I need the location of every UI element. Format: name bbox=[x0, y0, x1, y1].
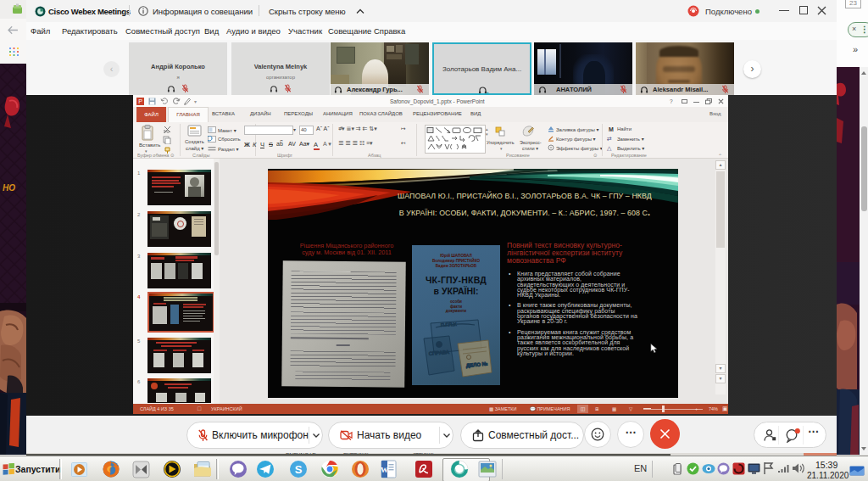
svg-text:П.Г.П.У.: П.Г.П.У. bbox=[441, 322, 458, 327]
svg-text:S: S bbox=[295, 463, 303, 476]
svg-text:W: W bbox=[381, 466, 388, 474]
svg-text:НО: НО bbox=[3, 183, 15, 193]
